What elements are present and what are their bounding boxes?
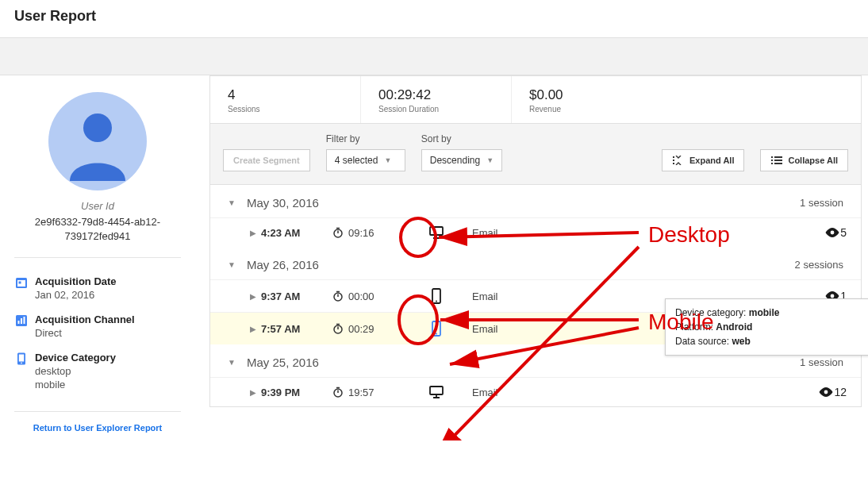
user-id-line2: 739172fed941 [64, 230, 130, 242]
eye-icon [818, 387, 834, 398]
date-group-date: May 25, 2016 [247, 356, 319, 369]
stat-duration-value: 00:29:42 [378, 87, 494, 103]
stopwatch-icon [332, 227, 345, 238]
device-category-value-2: mobile [35, 379, 116, 390]
device-category-value-1: desktop [35, 365, 116, 377]
session-row[interactable]: ▶ 4:23 AM 09:16 Email 5 [210, 217, 861, 247]
date-group-count: 1 session [800, 356, 843, 368]
acq-channel-value: Direct [35, 327, 135, 339]
filter-by-label: Filter by [326, 133, 405, 144]
session-channel: Email [472, 290, 615, 302]
device-category-label: Device Category [35, 352, 116, 364]
stat-revenue-value: $0.00 [529, 87, 645, 103]
desktop-icon [401, 386, 472, 398]
sort-by-label: Sort by [421, 133, 502, 144]
svg-point-25 [824, 390, 828, 394]
acq-date-value: Jan 02, 2016 [35, 289, 117, 301]
stat-revenue: $0.00 Revenue [512, 76, 663, 123]
filter-by-value: 4 selected [335, 155, 378, 166]
stat-duration: 00:29:42 Session Duration [361, 76, 512, 123]
svg-point-11 [21, 362, 22, 364]
session-time: 9:37 AM [261, 290, 332, 302]
mobile-icon [401, 288, 472, 304]
acq-channel-row: Acquisition Channel Direct [14, 307, 181, 345]
chevron-right-icon: ▶ [250, 388, 261, 397]
tooltip-line: Platform: [675, 321, 713, 333]
sidebar: User Id 2e9f6332-79d8-4454-ab12- 739172f… [0, 75, 190, 440]
sort-by-value: Descending [430, 155, 480, 166]
chevron-right-icon: ▶ [250, 229, 261, 237]
main-panel: 4 Sessions 00:29:42 Session Duration $0.… [209, 75, 862, 407]
chevron-down-icon: ▼ [384, 156, 391, 164]
session-channel: Email [472, 227, 615, 239]
date-group-count: 1 session [800, 197, 843, 209]
session-list: ▼ May 30, 2016 1 session ▶ 4:23 AM 09:16… [210, 185, 861, 406]
tooltip-value: Android [716, 321, 752, 333]
summary-stats: 4 Sessions 00:29:42 Session Duration $0.… [210, 76, 861, 124]
chevron-down-icon: ▼ [486, 156, 494, 164]
acq-channel-label: Acquisition Channel [35, 314, 135, 325]
svg-rect-4 [19, 282, 21, 284]
expand-all-label: Expand All [689, 156, 734, 165]
session-views: 5 [840, 226, 847, 239]
stopwatch-icon [332, 323, 345, 334]
session-duration: 19:57 [345, 387, 401, 398]
filter-by-dropdown[interactable]: 4 selected ▼ [326, 149, 405, 171]
acq-date-label: Acquisition Date [35, 275, 117, 287]
collapse-icon [770, 156, 783, 165]
svg-point-21 [436, 333, 437, 335]
svg-point-1 [83, 113, 112, 142]
stat-sessions-value: 4 [228, 87, 343, 103]
sidebar-separator-2 [14, 411, 181, 412]
session-duration: 09:16 [345, 227, 401, 239]
expand-icon [672, 156, 685, 165]
chevron-down-icon: ▼ [228, 198, 240, 207]
svg-point-14 [831, 231, 835, 235]
user-id-value: 2e9f6332-79d8-4454-ab12- 739172fed941 [14, 215, 181, 243]
date-group-date: May 30, 2016 [247, 196, 319, 210]
mobile-icon [401, 321, 472, 337]
chevron-down-icon: ▼ [228, 358, 240, 367]
svg-rect-13 [430, 227, 443, 235]
session-channel: Email [472, 387, 615, 398]
svg-rect-7 [21, 318, 22, 324]
calendar-icon [14, 275, 35, 292]
session-views: 12 [834, 386, 847, 398]
stopwatch-icon [332, 387, 345, 398]
chevron-right-icon: ▶ [250, 292, 261, 301]
sidebar-separator [14, 257, 181, 258]
collapse-all-label: Collapse All [788, 156, 838, 165]
date-group-row[interactable]: ▼ May 30, 2016 1 session [210, 185, 861, 217]
session-duration: 00:00 [345, 290, 401, 302]
session-row[interactable]: ▶ 9:39 PM 19:57 Email 12 [210, 377, 861, 406]
return-link[interactable]: Return to User Explorer Report [14, 423, 181, 433]
tooltip-line: Data source: [675, 336, 729, 347]
create-segment-button[interactable]: Create Segment [223, 149, 310, 171]
session-time: 7:57 AM [261, 323, 332, 335]
stopwatch-icon [332, 290, 345, 302]
mobile-icon [14, 352, 35, 368]
acq-date-row: Acquisition Date Jan 02, 2016 [14, 269, 181, 307]
date-group-row[interactable]: ▼ May 26, 2016 2 sessions [210, 247, 861, 279]
session-row[interactable]: ▶ 7:57 AM 00:29 Email 3 Dev [210, 312, 861, 344]
page-title: User Report [0, 0, 868, 37]
svg-rect-8 [24, 317, 25, 324]
session-duration: 00:29 [345, 323, 401, 335]
tooltip-line: Device category: [675, 307, 746, 318]
svg-rect-24 [430, 387, 443, 394]
expand-all-button[interactable]: Expand All [662, 149, 744, 171]
stat-duration-label: Session Duration [378, 105, 494, 113]
user-avatar [14, 90, 181, 195]
session-time: 4:23 AM [261, 227, 332, 239]
toolbar-strip [0, 37, 868, 75]
user-id-line1: 2e9f6332-79d8-4454-ab12- [35, 216, 160, 228]
svg-rect-10 [19, 355, 24, 362]
device-tooltip: Device category: mobile Platform: Androi… [665, 298, 868, 356]
sort-by-dropdown[interactable]: Descending ▼ [421, 149, 502, 171]
svg-point-17 [436, 301, 437, 302]
collapse-all-button[interactable]: Collapse All [760, 149, 848, 171]
tooltip-value: web [732, 336, 750, 347]
stat-sessions: 4 Sessions [210, 76, 361, 123]
user-id-label: User Id [14, 200, 181, 212]
filter-toolbar: Create Segment Filter by 4 selected ▼ So… [210, 124, 861, 185]
